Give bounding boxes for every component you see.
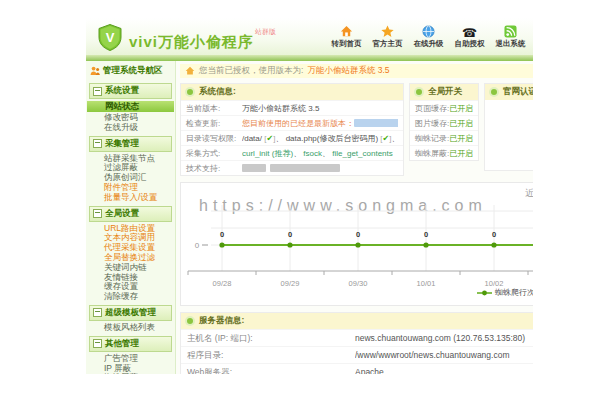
censored-blur-box — [242, 164, 266, 172]
sidebar-item[interactable]: 模板风格列表 — [86, 323, 175, 333]
panel-system-info-header: 系统信息: — [181, 84, 403, 100]
global-switch-row: 蜘蛛记录:已开启 — [410, 130, 478, 145]
sidebar-item[interactable]: 批量导入/设置 — [86, 193, 175, 203]
collapse-minus-icon[interactable] — [93, 308, 102, 317]
panel-system-info: 系统信息: 当前版本:万能小偷站群系统 3.5检查更新:您目前使用的已经是最新版… — [180, 83, 404, 176]
sidebar-item[interactable]: 蜘蛛屏蔽 — [86, 373, 175, 374]
svg-text:0: 0 — [195, 241, 200, 250]
nav-item-home[interactable]: 转到首页 — [330, 25, 363, 49]
home-small-icon — [185, 66, 195, 76]
svg-text:10/01: 10/01 — [417, 279, 436, 288]
row-label: Web服务器: — [187, 367, 355, 374]
app-logo-shield-icon: V — [96, 23, 124, 51]
switch-status-value: 已开启 — [449, 119, 473, 128]
value-link[interactable]: file_get_contents — [332, 149, 393, 158]
panel-official-cert: 官网认证 — [484, 83, 533, 171]
desktop-background: V vivi万能小偷程序站群版 转到首页官方主页在线升级☎自助授权退出系统 — [0, 0, 600, 400]
legend-line-marker-icon — [477, 289, 492, 297]
value-link[interactable]: fsock — [303, 149, 322, 158]
svg-text:09/28: 09/28 — [213, 279, 232, 288]
censored-blur-box — [270, 164, 340, 172]
panel-official-cert-header: 官网认证 — [485, 84, 533, 100]
panel-global-switch: 全局开关 页面缓存:已开启图片缓存:已开启蜘蛛记录:已开启蜘蛛屏蔽:已开启 — [409, 83, 479, 161]
sidebar-section-header[interactable]: 其他管理 — [89, 336, 172, 352]
app-window: V vivi万能小偷程序站群版 转到首页官方主页在线升级☎自助授权退出系统 — [86, 18, 533, 374]
row-label: 页面缓存: — [415, 104, 449, 113]
nav-item-label: 转到首页 — [330, 39, 363, 49]
nav-item-label: 退出系统 — [494, 39, 527, 49]
svg-text:0: 0 — [356, 230, 360, 239]
sidebar-title: 管理系统导航区 — [103, 65, 163, 77]
spider-crawl-chart-panel: 近1 https://www.songma.com 000000009/2809… — [180, 182, 533, 306]
sidebar-section-header[interactable]: 超级模板管理 — [89, 305, 172, 321]
sidebar-section-header[interactable]: 采集管理 — [89, 136, 172, 152]
svg-text:09/29: 09/29 — [281, 279, 300, 288]
collapse-minus-icon[interactable] — [93, 139, 102, 148]
switch-status-value: 已开启 — [449, 134, 473, 143]
row-label: 目录读写权限: — [186, 134, 242, 143]
nav-item-globe[interactable]: 在线升级 — [412, 25, 445, 49]
value-text: /data/ — [242, 134, 264, 143]
rss-icon — [494, 25, 527, 39]
collapse-minus-icon[interactable] — [93, 209, 102, 218]
green-bullet-icon — [187, 89, 193, 95]
system-info-row: 采集方式:curl_init (推荐)、 fsock、 file_get_con… — [181, 145, 403, 160]
row-value: /data/ [✔]、 data.php(修改后台密码用) [✔]、 根目录(在… — [242, 134, 398, 143]
switch-status-value: 已开启 — [449, 149, 473, 158]
nav-item-star[interactable]: 官方主页 — [371, 25, 404, 49]
svg-text:0: 0 — [288, 230, 292, 239]
green-bullet-icon — [187, 318, 193, 324]
svg-text:0: 0 — [424, 230, 428, 239]
globe-icon — [412, 25, 445, 39]
server-info-row: 程序目录:/www/wwwroot/news.chuantouwang.com — [181, 346, 533, 363]
row-label: 检查更新: — [186, 119, 242, 128]
app-header: V vivi万能小偷程序站群版 转到首页官方主页在线升级☎自助授权退出系统 — [86, 18, 533, 55]
value-link[interactable]: curl_init (推荐) — [242, 149, 293, 158]
sidebar: 管理系统导航区 系统设置网站状态修改密码在线升级采集管理站群采集节点过滤屏蔽伪原… — [86, 61, 176, 374]
svg-text:V: V — [106, 30, 115, 45]
nav-item-rss[interactable]: 退出系统 — [494, 25, 527, 49]
svg-text:09/30: 09/30 — [349, 279, 368, 288]
nav-item-label: 自助授权 — [453, 39, 486, 49]
value-highlight: 您目前使用的已经是最新版本： — [242, 119, 354, 128]
green-bullet-icon — [416, 89, 422, 95]
main-content: 您当前已授权，使用版本为: 万能小偷站群系统 3.5 系统信息: 当前版本:万能… — [176, 61, 533, 374]
panel-system-info-title: 系统信息: — [199, 86, 236, 98]
top-nav: 转到首页官方主页在线升级☎自助授权退出系统 — [330, 25, 527, 49]
row-value: 万能小偷站群系统 3.5 — [242, 104, 398, 113]
system-info-row: 当前版本:万能小偷站群系统 3.5 — [181, 100, 403, 115]
global-switch-row: 蜘蛛屏蔽:已开启 — [410, 145, 478, 160]
server-info-row: 主机名 (IP: 端口):news.chuantouwang.com (120.… — [181, 329, 533, 346]
green-bullet-icon — [491, 89, 497, 95]
collapse-minus-icon[interactable] — [93, 339, 102, 348]
chart-legend: 蜘蛛爬行次数 — [477, 287, 533, 298]
panel-global-switch-title: 全局开关 — [428, 86, 462, 98]
server-info-row: Web服务器:Apache — [181, 363, 533, 374]
sidebar-header: 管理系统导航区 — [86, 61, 175, 80]
sidebar-item[interactable]: 在线升级 — [86, 123, 175, 133]
row-label: 蜘蛛屏蔽: — [415, 149, 449, 158]
row-value: news.chuantouwang.com (120.76.53.135:80) — [355, 333, 533, 343]
sidebar-section-header[interactable]: 系统设置 — [89, 83, 172, 99]
collapse-minus-icon[interactable] — [93, 87, 102, 96]
panel-server-info: 服务器信息: 主机名 (IP: 端口):news.chuantouwang.co… — [180, 312, 533, 374]
sidebar-section-title: 系统设置 — [105, 85, 139, 97]
value-text: 、 data.php(修改后台密码用) — [275, 134, 380, 143]
sidebar-nav: 系统设置网站状态修改密码在线升级采集管理站群采集节点过滤屏蔽伪原创词汇附件管理批… — [86, 83, 175, 374]
sidebar-section-header[interactable]: 全局设置 — [89, 206, 172, 222]
row-label: 当前版本: — [186, 104, 242, 113]
row-value: Apache — [355, 367, 533, 374]
star-icon — [371, 25, 404, 39]
row-label: 程序目录: — [187, 350, 355, 360]
sidebar-section-title: 采集管理 — [105, 138, 139, 150]
row-label: 技术支持: — [186, 164, 242, 173]
system-info-row: 技术支持: — [181, 160, 403, 175]
panel-official-cert-title: 官网认证 — [503, 86, 533, 98]
nav-item-phone[interactable]: ☎自助授权 — [453, 25, 486, 49]
global-switch-row: 页面缓存:已开启 — [410, 100, 478, 115]
users-icon — [90, 66, 100, 76]
sidebar-item[interactable]: 网站状态 — [87, 101, 174, 112]
value-text: 、 根目录(在线升级用) — [392, 134, 398, 143]
sidebar-item[interactable]: 清除缓存 — [86, 292, 175, 302]
row-value: curl_init (推荐)、 fsock、 file_get_contents — [242, 149, 398, 158]
